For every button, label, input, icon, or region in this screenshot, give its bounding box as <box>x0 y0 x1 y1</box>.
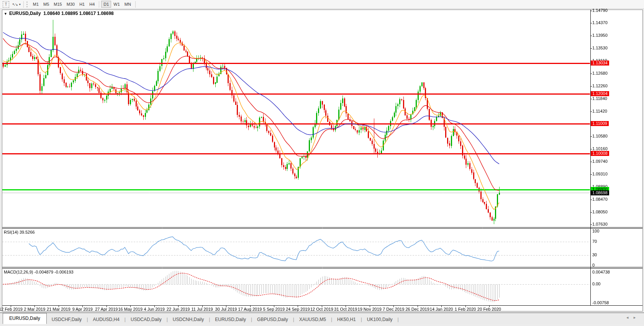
date-axis-label: 26 Dec 2019 <box>405 307 429 311</box>
date-axis-label: 9 Apr 2019 <box>72 307 93 311</box>
collapse-chart-icon[interactable]: ▼ <box>4 12 7 16</box>
date-axis-label: 31 Oct 2019 <box>334 307 357 311</box>
price-axis-tick: 1.12260 <box>592 84 608 88</box>
date-axis-label: 1 Feb 2020 <box>455 307 476 311</box>
symbol-tab-bar: EURUSD,Daily USDCHF,Daily|AUDUSD,H4|USDC… <box>0 313 644 324</box>
rsi-indicator-label: RSI(14) 39.5266 <box>4 230 35 234</box>
date-axis-label: 7 Dec 2019 <box>383 307 404 311</box>
rsi-axis-tick: 70 <box>592 239 597 244</box>
chart-ohlc-values: 1.08640 1.08895 1.08617 1.08698 <box>43 11 114 16</box>
macd-axis-tick: 0.004738 <box>592 270 610 274</box>
date-axis-label: 12 Oct 2019 <box>310 307 333 311</box>
price-axis-tick: 1.09310 <box>592 172 608 176</box>
date-axis-label: 4 Jun 2019 <box>144 307 164 311</box>
chart-tab-xauusd-m5[interactable]: XAUUSD,M5 <box>294 315 331 324</box>
price-axis-tick: 1.13950 <box>592 33 608 38</box>
resistance-line-price-label: 1.11009 <box>591 121 609 126</box>
date-axis-label: 12 Feb 2019 <box>0 307 23 311</box>
rsi-axis-tick: 0 <box>592 263 595 267</box>
macd-indicator-label: MACD(12,26,9) -0.004879 -0.006193 <box>4 270 74 274</box>
date-axis-label: 20 Feb 2020 <box>477 307 501 311</box>
chart-tab-usdcad-daily[interactable]: USDCAD,Daily <box>126 315 167 324</box>
chart-tab-uk100-daily[interactable]: UK100,Daily <box>362 315 398 324</box>
date-axis-label: 5 Sep 2019 <box>263 307 285 311</box>
date-axis-label: 11 Jul 2019 <box>192 307 213 311</box>
rsi-axis-tick: 100 <box>592 229 599 233</box>
date-axis-label: 21 Mar 2019 <box>47 307 70 311</box>
price-axis-tick: 1.12680 <box>592 71 608 75</box>
price-axis-tick: 1.13530 <box>592 46 608 50</box>
bid-price-label: 1.08698 <box>591 190 609 195</box>
price-axis-tick: 1.08470 <box>592 197 608 201</box>
price-axis-tick: 1.14790 <box>592 8 608 13</box>
date-axis-label: 17 Aug 2019 <box>238 307 262 311</box>
chart-canvas[interactable] <box>0 0 644 326</box>
chart-symbol-title: EURUSD,Daily <box>9 11 41 16</box>
tab-scroll-left-icon[interactable]: ◄ <box>626 316 633 319</box>
price-axis-tick: 1.08050 <box>592 210 608 214</box>
chart-tab-audusd-h4[interactable]: AUDUSD,H4 <box>88 315 125 324</box>
date-axis-label: 2 Mar 2019 <box>24 307 46 311</box>
resistance-line-price-label: 1.13034 <box>591 61 609 66</box>
resistance-line-price-label: 1.12004 <box>591 91 609 96</box>
chart-tab-usdchf-daily[interactable]: USDCHF,Daily <box>47 315 87 324</box>
chart-tab-eurusd-daily[interactable]: EURUSD,Daily <box>210 315 251 324</box>
chart-tab-gbpusd-daily[interactable]: GBPUSD,Daily <box>252 315 293 324</box>
date-axis-label: 27 Apr 2019 <box>95 307 118 311</box>
macd-axis-tick: 0.00 <box>592 282 600 286</box>
macd-axis-tick: -0.00758 <box>592 300 609 305</box>
chart-tab-usdcnh-daily[interactable]: USDCNH,Daily <box>168 315 209 324</box>
tab-scroll-right-icon[interactable]: ► <box>633 316 640 319</box>
date-axis-label: 16 May 2019 <box>118 307 143 311</box>
price-axis-tick: 1.10160 <box>592 146 608 151</box>
rsi-axis-tick: 30 <box>592 252 597 257</box>
price-axis-tick: 1.11420 <box>592 109 607 113</box>
date-axis-label: 19 Nov 2019 <box>358 307 382 311</box>
date-axis-label: 22 Jun 2019 <box>167 307 190 311</box>
chart-tab-hk50-h1[interactable]: HK50,H1 <box>332 315 361 324</box>
price-axis-tick: 1.09740 <box>592 159 608 164</box>
date-axis-label: 30 Jul 2019 <box>215 307 237 311</box>
resistance-line-price-label: 1.10008 <box>591 151 609 156</box>
chart-header: ▼EURUSD,Daily 1.08640 1.08895 1.08617 1.… <box>4 11 114 16</box>
date-axis-label: 24 Sep 2019 <box>286 307 310 311</box>
chart-window <box>2 10 643 311</box>
price-axis-tick: 1.11840 <box>592 96 607 101</box>
price-axis-tick: 1.14370 <box>592 20 608 25</box>
chart-tab-eurusd-daily[interactable]: EURUSD,Daily <box>3 313 47 324</box>
date-axis-label: 14 Jan 2020 <box>430 307 453 311</box>
price-axis-tick: 1.10580 <box>592 134 608 138</box>
price-axis-tick: 1.07630 <box>592 222 608 226</box>
